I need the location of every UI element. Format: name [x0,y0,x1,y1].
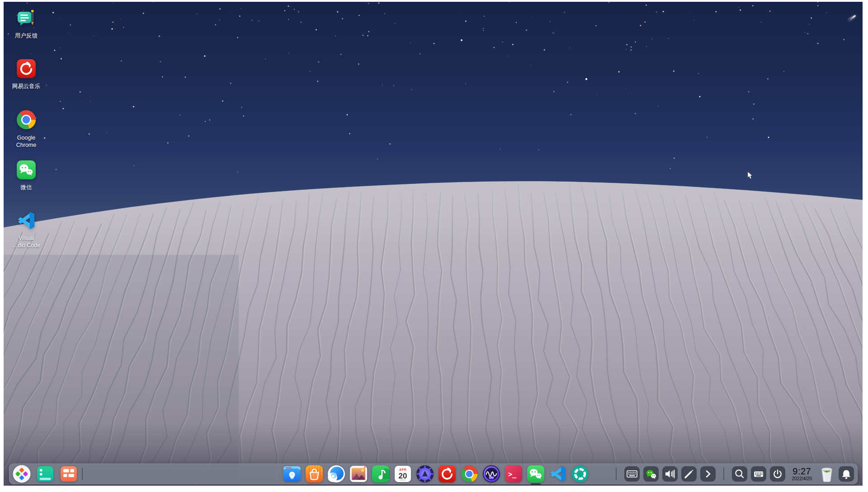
dock-left-group [13,465,78,483]
vscode-icon [16,211,36,232]
netease-music-icon [438,465,456,483]
file-manager-icon [283,465,301,483]
volume-icon [662,466,678,482]
google-chrome-icon [460,465,478,483]
desktop-icon-wechat[interactable]: 微信 [5,160,48,191]
dock-apps-group: APR 20 [283,465,589,483]
google-chrome-icon [16,109,37,132]
clock-time: 9:27 [793,467,811,476]
netease-music-button[interactable] [438,465,456,483]
svg-text:>_: >_ [508,470,517,478]
dock-separator [82,468,83,480]
desktop-icon-label: Visual…dio Code [12,234,41,249]
chevron-right-icon [700,466,716,482]
screenshot-tool-button[interactable] [571,465,589,483]
desktop-icon-vscode[interactable]: Visual…dio Code [5,211,48,249]
tray-separator [616,468,617,480]
trash-icon [819,465,835,483]
multitasking-view-icon [36,465,54,483]
browser-button[interactable] [327,465,345,483]
keyboard-layout-icon [624,466,640,482]
trash-button[interactable] [819,465,835,483]
vscode-icon [549,465,567,483]
wechat-button[interactable] [527,465,545,483]
google-chrome-button[interactable] [460,465,478,483]
security-center-button[interactable] [416,465,434,483]
security-center-gear-icon [416,465,434,483]
image-viewer-button[interactable] [349,465,368,483]
running-indicator [531,483,541,485]
onscreen-keyboard-icon [751,466,766,482]
user-feedback-icon [16,8,36,30]
onscreen-keyboard-tray-button[interactable] [751,466,766,482]
search-icon [732,466,747,482]
desktop-wallpaper: 用户反馈 网易云音乐 [4,2,863,486]
power-icon [770,466,785,482]
multitasking-view-button[interactable] [36,465,54,483]
calendar-button[interactable]: APR 20 [394,465,412,483]
sand-dune [4,2,863,486]
desktop-icon-label: 网易云音乐 [12,83,41,90]
terminal-icon: >_ [505,465,523,483]
svg-text:APR: APR [399,468,406,472]
svg-text:CPU: CPU [489,477,494,479]
desktop-icon-google-chrome[interactable]: GoogleChrome [5,109,48,149]
image-viewer-icon [349,465,368,483]
svg-text:20: 20 [399,472,407,480]
dock-tray-group: 9:27 2022/4/20 [612,465,854,483]
screenshot-root: { "desktop_icons": [ {"name": "user-feed… [0,0,868,492]
bell-icon [839,466,854,482]
system-monitor-icon: CPU [482,465,500,483]
show-desktop-icon [60,465,78,483]
music-button[interactable] [372,465,390,483]
wechat-tray-button[interactable] [643,466,659,482]
power-tray-button[interactable] [770,466,785,482]
vscode-button[interactable] [549,465,567,483]
show-desktop-button[interactable] [60,465,78,483]
app-store-button[interactable] [305,465,323,483]
search-tray-button[interactable] [732,466,747,482]
desktop-icon-label: GoogleChrome [16,134,36,149]
wechat-icon [16,160,36,182]
file-manager-button[interactable] [283,465,301,483]
tray-separator [723,468,724,480]
clock-date: 2022/4/20 [792,476,812,482]
browser-icon [327,465,345,483]
dock: APR 20 [9,464,858,484]
calendar-icon: APR 20 [394,465,412,483]
desktop-icon-label: 用户反馈 [15,32,38,39]
tray-expand-button[interactable] [700,466,716,482]
netease-music-icon [16,59,36,80]
mouse-cursor [747,172,754,182]
clock[interactable]: 9:27 2022/4/20 [792,467,812,482]
app-store-icon [305,465,323,483]
desktop-icon-netease-music[interactable]: 网易云音乐 [5,59,48,90]
screenshot-aperture-icon [571,465,589,483]
launcher-icon [13,465,31,483]
system-monitor-button[interactable]: CPU [482,465,500,483]
screen-pen-icon [681,466,697,482]
notification-bell-button[interactable] [839,466,854,482]
volume-tray-button[interactable] [662,466,678,482]
desktop-icon-user-feedback[interactable]: 用户反馈 [5,8,48,39]
music-icon [372,465,390,483]
launcher-button[interactable] [13,465,31,483]
screen-pen-tray-button[interactable] [681,466,697,482]
desktop-icon-label: 微信 [21,184,32,191]
wechat-icon [527,465,545,483]
terminal-button[interactable]: >_ [505,465,523,483]
wechat-tray-icon [643,466,659,482]
keyboard-layout-tray-button[interactable] [624,466,640,482]
